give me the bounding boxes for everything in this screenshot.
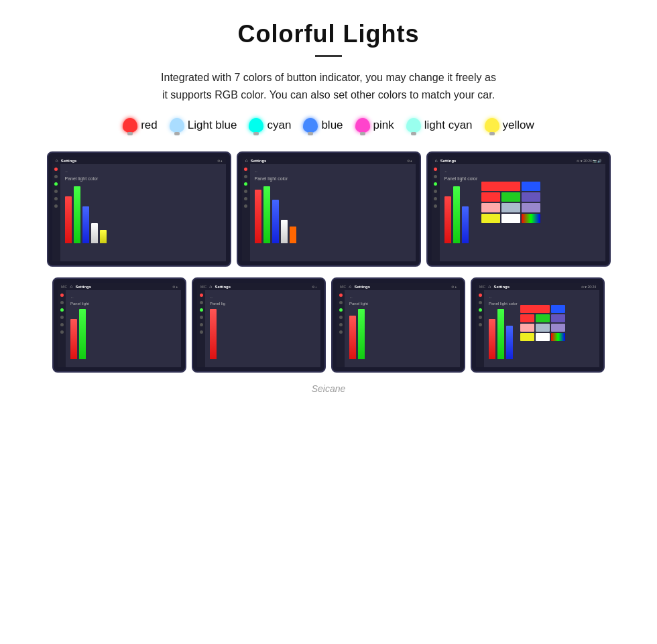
device-4-screen: ← Panel light xyxy=(58,290,181,367)
device-7-sidebar-icon-1 xyxy=(479,294,482,297)
device-3: ⌂ Settings ⊙ ♥ 20:24 📷 🔊 ← Panel light xyxy=(426,151,611,267)
device-3-bars xyxy=(444,186,478,243)
device-1-panel-title: Panel light color xyxy=(65,176,222,181)
device-5-status-icons: ⚙ + xyxy=(312,285,317,289)
device-3-home-icon: ⌂ xyxy=(435,158,438,163)
device-3-back: ← xyxy=(444,170,478,174)
swatch-pink xyxy=(481,203,500,212)
device-6-settings-label: Settings xyxy=(354,285,370,289)
swatch-d7-pink xyxy=(520,324,534,332)
device-2-main: ← Panel light color xyxy=(251,164,416,261)
device-7-sidebar-icon-3 xyxy=(479,308,482,312)
color-item-lightcyan: light cyan xyxy=(406,118,473,133)
device-2-sidebar-icon-6 xyxy=(244,204,247,208)
device-7: MIC ⌂ Settings ⊙ ♥ 20:24 ← Panel light c… xyxy=(471,277,605,373)
device-6-sidebar-icon-3 xyxy=(339,308,343,312)
device-6-sidebar-icon-6 xyxy=(339,330,343,334)
device-2-bar-orange xyxy=(290,227,296,243)
device-5-home-icon: ⌂ xyxy=(209,284,212,289)
device-7-sidebar-icon-4 xyxy=(479,316,482,319)
title-divider xyxy=(315,55,342,57)
device-1-home-icon: ⌂ xyxy=(56,158,58,163)
bar-blue xyxy=(82,206,89,243)
device-2-sidebar-icon-4 xyxy=(244,190,247,193)
device-6: MIC ⌂ Settings ⚙ ♦ ← Panel light xyxy=(331,277,465,373)
device-7-screen: ← Panel light color xyxy=(476,290,599,367)
swatch-white xyxy=(501,214,520,223)
device-3-sidebar-icon-1 xyxy=(434,168,437,171)
device-7-swatches xyxy=(520,305,565,363)
device-4-sidebar-icon-1 xyxy=(60,294,64,297)
color-item-cyan: cyan xyxy=(249,118,291,133)
device-4-sidebar-icon-2 xyxy=(60,301,64,304)
device-3-sidebar xyxy=(432,164,440,261)
device-2-topbar: ⌂ Settings ⚙ ♦ xyxy=(242,157,416,164)
swatch-d7-yellow xyxy=(520,333,534,341)
device-7-main: ← Panel light color xyxy=(485,290,599,367)
device-3-left: ← Panel light color xyxy=(444,170,478,257)
device-2-sidebar-icon-2 xyxy=(244,175,247,178)
bulb-yellow-icon xyxy=(485,118,499,133)
device-3-sidebar-icon-4 xyxy=(434,190,437,193)
device-1: ⌂ Settings ⚙ ♦ ← Panel light color xyxy=(47,151,231,267)
device-3-settings-label: Settings xyxy=(440,159,457,163)
device-5-mic: MIC xyxy=(200,285,206,289)
sidebar-icon-6 xyxy=(54,204,58,208)
bulb-lightcyan-icon xyxy=(406,118,421,133)
device-4-sidebar-icon-3 xyxy=(60,308,64,312)
sidebar-icon-5 xyxy=(54,197,58,200)
device-4-bar-red xyxy=(70,319,77,359)
device-2-sidebar-icon-3 xyxy=(244,182,247,186)
device-6-topbar: MIC ⌂ Settings ⚙ ♦ xyxy=(337,283,460,290)
device-5: MIC ⌂ Settings ⚙ + ← Panel lig xyxy=(192,277,326,373)
device-5-bars xyxy=(210,309,316,359)
color-item-yellow: yellow xyxy=(485,118,534,133)
device-6-sidebar xyxy=(337,290,345,367)
device-3-time: ⊙ ♥ 20:24 📷 🔊 xyxy=(577,159,601,163)
device-6-status-icons: ⚙ ♦ xyxy=(451,285,457,289)
color-label-blue: blue xyxy=(321,119,343,132)
device-7-back: ← xyxy=(489,296,518,300)
device-4-status-icons: ⚙ ♦ xyxy=(172,285,178,289)
device-7-bar-green xyxy=(497,309,504,359)
device-6-panel-title: Panel light xyxy=(349,302,456,306)
device-7-left: ← Panel light color xyxy=(489,296,518,363)
device-7-time: ⊙ ♥ 20:24 xyxy=(581,285,596,289)
device-2-back: ← xyxy=(255,170,412,174)
bulb-cyan-icon xyxy=(249,118,263,133)
device-5-sidebar xyxy=(197,290,205,367)
device-5-bar-red xyxy=(210,309,217,359)
color-label-lightcyan: light cyan xyxy=(424,119,473,132)
device-7-topbar: MIC ⌂ Settings ⊙ ♥ 20:24 xyxy=(476,283,599,290)
device-1-screen: ← Panel light color xyxy=(52,164,226,261)
device-2-bar-white xyxy=(281,220,288,243)
swatch-d7-rainbow xyxy=(551,333,565,341)
device-7-sidebar-icon-5 xyxy=(479,323,482,326)
device-2-bar-green xyxy=(263,186,270,243)
bar-green xyxy=(74,186,80,243)
device-7-sidebar-icon-2 xyxy=(479,301,482,304)
bar-red xyxy=(65,196,72,243)
bulb-blue-icon xyxy=(303,118,318,133)
swatch-lavender xyxy=(522,203,540,212)
device-1-bars xyxy=(65,186,222,243)
color-label-yellow: yellow xyxy=(503,119,534,132)
page-title: Colorful Lights xyxy=(40,20,617,48)
device-1-sidebar xyxy=(52,164,60,261)
color-label-pink: pink xyxy=(373,119,394,132)
device-3-sidebar-icon-5 xyxy=(434,197,437,200)
color-list: red Light blue cyan blue pink light cyan… xyxy=(40,118,617,133)
device-5-sidebar-icon-2 xyxy=(200,301,203,304)
device-3-sidebar-icon-3 xyxy=(434,182,437,186)
device-2-settings-label: Settings xyxy=(251,159,267,163)
device-5-sidebar-icon-6 xyxy=(200,330,203,334)
device-6-bar-red xyxy=(349,316,356,359)
device-4-sidebar xyxy=(58,290,66,367)
sidebar-icon-2 xyxy=(54,175,58,178)
swatch-d7-blue xyxy=(551,305,565,313)
color-item-blue: blue xyxy=(303,118,343,133)
bulb-lightblue-icon xyxy=(170,118,184,133)
swatch-blue xyxy=(522,182,540,191)
color-item-lightblue: Light blue xyxy=(170,118,237,133)
device-3-screen: ← Panel light color xyxy=(432,164,605,261)
